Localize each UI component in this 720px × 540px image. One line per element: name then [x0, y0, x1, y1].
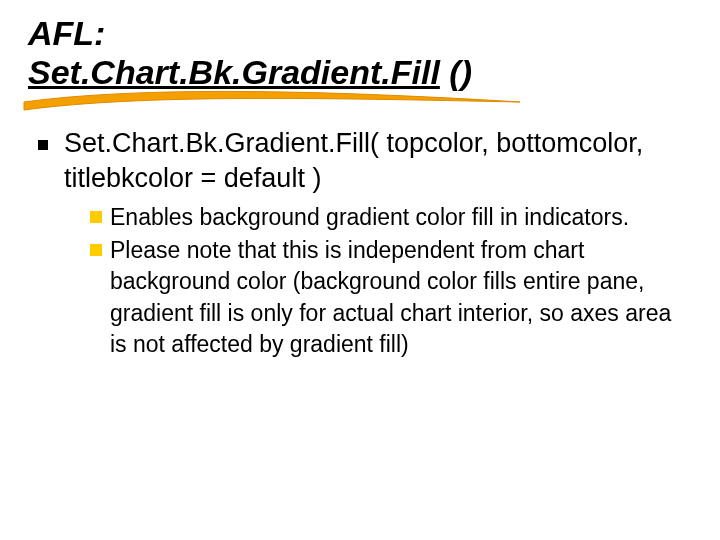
slide-title: AFL: Set.Chart.Bk.Gradient.Fill () [28, 14, 692, 92]
sub-point-2-text: Please note that this is independent fro… [110, 235, 692, 359]
bullet-item: Set.Chart.Bk.Gradient.Fill( topcolor, bo… [38, 126, 692, 196]
underline-swoosh-icon [22, 88, 522, 118]
content-area: Set.Chart.Bk.Gradient.Fill( topcolor, bo… [28, 126, 692, 359]
sub-point-2: Please note that this is independent fro… [90, 235, 692, 359]
title-line-1: AFL: [28, 14, 692, 53]
title-suffix: () [440, 53, 472, 91]
title-line-2: Set.Chart.Bk.Gradient.Fill () [28, 53, 692, 92]
title-function-underlined: Set.Chart.Bk.Gradient.Fill [28, 53, 440, 91]
function-signature: Set.Chart.Bk.Gradient.Fill( topcolor, bo… [64, 126, 692, 196]
yellow-bullet-icon [90, 244, 102, 256]
square-bullet-icon [38, 140, 48, 150]
sub-point-1-text: Enables background gradient color fill i… [110, 202, 629, 233]
sub-point-1: Enables background gradient color fill i… [90, 202, 692, 233]
sub-points: Enables background gradient color fill i… [38, 202, 692, 359]
yellow-bullet-icon [90, 211, 102, 223]
